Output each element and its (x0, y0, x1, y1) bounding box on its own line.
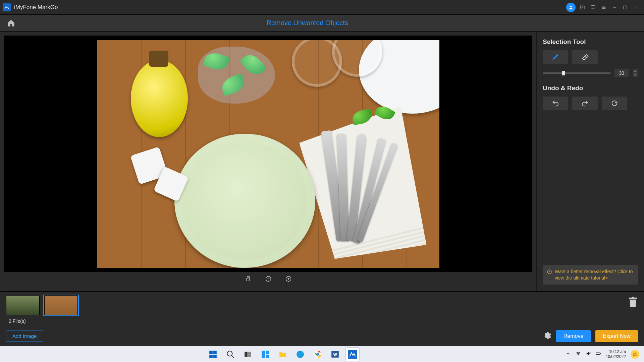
svg-rect-25 (596, 353, 600, 354)
svg-rect-13 (248, 352, 251, 357)
markgo-taskbar-icon[interactable] (346, 348, 359, 361)
svg-point-0 (570, 5, 572, 7)
edge-icon[interactable] (293, 348, 307, 361)
delete-button[interactable] (628, 296, 638, 309)
thumbnail-1[interactable] (6, 296, 40, 315)
chrome-icon[interactable] (311, 348, 324, 361)
svg-rect-10 (213, 355, 217, 358)
home-button[interactable] (4, 16, 18, 30)
widgets-icon[interactable] (259, 348, 272, 361)
svg-rect-1 (580, 6, 584, 9)
zoom-out-icon[interactable] (265, 276, 272, 284)
word-icon[interactable]: W (328, 348, 342, 361)
svg-rect-2 (591, 5, 595, 8)
eraser-tool-button[interactable] (572, 50, 598, 64)
selection-tool-heading: Selection Tool (543, 38, 638, 46)
minimize-icon[interactable] (609, 2, 620, 13)
account-icon[interactable] (566, 3, 576, 12)
file-count-label: 2 File(s) (9, 318, 26, 324)
taskbar-time: 10:12 am (606, 349, 626, 354)
app-logo (3, 3, 11, 11)
close-icon[interactable] (631, 2, 641, 13)
svg-rect-3 (624, 6, 627, 9)
undo-redo-heading: Undo & Redo (543, 84, 638, 92)
mail-icon[interactable] (577, 2, 588, 13)
svg-rect-14 (262, 351, 265, 358)
settings-button[interactable] (543, 331, 551, 341)
svg-point-11 (227, 351, 232, 356)
reset-button[interactable] (602, 97, 627, 110)
tutorial-tip-text: Want a better removal effect? Click to v… (555, 268, 634, 281)
remove-button[interactable]: Remove (556, 330, 591, 342)
canvas[interactable] (4, 36, 532, 272)
feedback-icon[interactable] (588, 2, 598, 13)
undo-button[interactable] (543, 97, 568, 110)
brush-tool-button[interactable] (543, 50, 568, 64)
app-title: iMyFone MarkGo (14, 4, 58, 11)
maximize-icon[interactable] (620, 2, 631, 13)
brush-size-stepper[interactable] (633, 69, 638, 77)
wifi-icon[interactable] (576, 351, 581, 357)
explorer-icon[interactable] (276, 348, 289, 361)
export-button[interactable]: Export Now (595, 330, 638, 342)
mode-title: Remove Unwanted Objects (266, 19, 348, 27)
brush-size-value: 30 (614, 69, 629, 77)
add-image-button[interactable]: Add Image (6, 330, 43, 342)
redo-button[interactable] (572, 97, 598, 110)
zoom-in-icon[interactable] (285, 276, 292, 284)
weather-badge[interactable]: 25 (631, 350, 639, 359)
tutorial-tip[interactable]: Want a better removal effect? Click to v… (543, 265, 638, 285)
svg-rect-8 (213, 351, 217, 354)
tray-chevron-icon[interactable] (566, 351, 571, 357)
svg-rect-16 (266, 355, 269, 358)
taskbar-date: 10/02/2022 (606, 354, 626, 359)
svg-text:W: W (333, 352, 337, 357)
windows-taskbar[interactable]: W 10:12 am 10/02/2022 25 (0, 346, 644, 362)
menu-icon[interactable] (598, 2, 609, 13)
battery-icon[interactable] (596, 351, 601, 357)
taskview-icon[interactable] (241, 348, 255, 361)
brush-size-slider[interactable] (543, 72, 610, 74)
svg-point-17 (297, 351, 304, 358)
svg-rect-12 (245, 352, 248, 357)
svg-rect-9 (209, 355, 213, 358)
svg-rect-26 (600, 353, 600, 354)
svg-rect-15 (266, 351, 269, 354)
svg-rect-7 (209, 351, 213, 354)
start-icon[interactable] (206, 348, 220, 361)
image-preview[interactable] (97, 40, 439, 268)
volume-icon[interactable] (586, 351, 591, 357)
thumbnail-2[interactable] (44, 296, 78, 315)
taskbar-clock[interactable]: 10:12 am 10/02/2022 (606, 349, 626, 359)
search-icon[interactable] (224, 348, 237, 361)
selection-mask (198, 47, 275, 104)
pan-tool-icon[interactable] (245, 276, 252, 284)
